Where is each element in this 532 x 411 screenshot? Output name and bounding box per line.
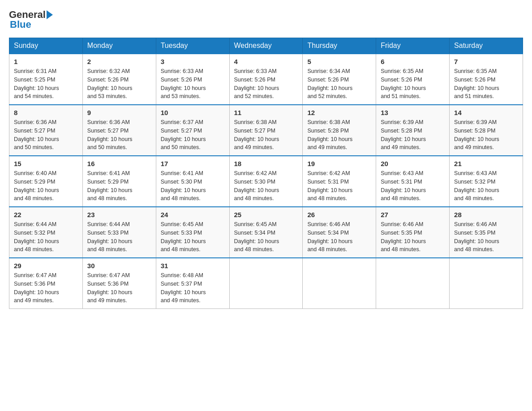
- calendar-cell: 8Sunrise: 6:36 AMSunset: 5:27 PMDaylight…: [9, 105, 83, 156]
- day-info: Sunrise: 6:45 AMSunset: 5:33 PMDaylight:…: [161, 220, 225, 254]
- calendar-week-row: 22Sunrise: 6:44 AMSunset: 5:32 PMDayligh…: [9, 207, 523, 258]
- calendar-cell: 23Sunrise: 6:44 AMSunset: 5:33 PMDayligh…: [82, 207, 156, 258]
- day-info: Sunrise: 6:35 AMSunset: 5:26 PMDaylight:…: [381, 67, 445, 101]
- col-header-thursday: Thursday: [303, 38, 376, 54]
- day-number: 17: [161, 160, 225, 167]
- day-number: 30: [87, 262, 151, 270]
- day-info: Sunrise: 6:33 AMSunset: 5:26 PMDaylight:…: [161, 67, 225, 101]
- day-number: 2: [87, 58, 151, 65]
- calendar-cell: 14Sunrise: 6:39 AMSunset: 5:28 PMDayligh…: [450, 105, 523, 156]
- day-number: 28: [454, 211, 518, 218]
- day-info: Sunrise: 6:46 AMSunset: 5:35 PMDaylight:…: [381, 220, 445, 254]
- day-number: 10: [161, 109, 225, 116]
- day-number: 27: [381, 211, 445, 218]
- page-header: General Blue: [9, 9, 523, 30]
- day-info: Sunrise: 6:36 AMSunset: 5:27 PMDaylight:…: [87, 118, 151, 152]
- calendar-cell: 3Sunrise: 6:33 AMSunset: 5:26 PMDaylight…: [156, 54, 229, 105]
- calendar-cell: 27Sunrise: 6:46 AMSunset: 5:35 PMDayligh…: [376, 207, 450, 258]
- calendar-week-row: 8Sunrise: 6:36 AMSunset: 5:27 PMDaylight…: [9, 105, 523, 156]
- day-info: Sunrise: 6:32 AMSunset: 5:26 PMDaylight:…: [87, 67, 151, 101]
- logo-arrow-icon: [47, 10, 53, 19]
- calendar-cell: 4Sunrise: 6:33 AMSunset: 5:26 PMDaylight…: [229, 54, 303, 105]
- day-info: Sunrise: 6:46 AMSunset: 5:34 PMDaylight:…: [307, 220, 371, 254]
- day-number: 22: [14, 211, 78, 218]
- day-info: Sunrise: 6:43 AMSunset: 5:32 PMDaylight:…: [454, 169, 518, 203]
- calendar-cell: [450, 258, 523, 309]
- day-info: Sunrise: 6:34 AMSunset: 5:26 PMDaylight:…: [307, 67, 371, 101]
- calendar-cell: 11Sunrise: 6:38 AMSunset: 5:27 PMDayligh…: [229, 105, 303, 156]
- day-number: 14: [454, 109, 518, 116]
- calendar-header-row: SundayMondayTuesdayWednesdayThursdayFrid…: [9, 38, 523, 54]
- day-info: Sunrise: 6:43 AMSunset: 5:31 PMDaylight:…: [381, 169, 445, 203]
- day-info: Sunrise: 6:47 AMSunset: 5:36 PMDaylight:…: [87, 271, 151, 305]
- col-header-friday: Friday: [376, 38, 450, 54]
- col-header-monday: Monday: [82, 38, 156, 54]
- calendar-week-row: 15Sunrise: 6:40 AMSunset: 5:29 PMDayligh…: [9, 156, 523, 207]
- calendar-cell: 15Sunrise: 6:40 AMSunset: 5:29 PMDayligh…: [9, 156, 83, 207]
- day-number: 8: [14, 109, 78, 116]
- calendar-cell: 2Sunrise: 6:32 AMSunset: 5:26 PMDaylight…: [82, 54, 156, 105]
- calendar-cell: 7Sunrise: 6:35 AMSunset: 5:26 PMDaylight…: [450, 54, 523, 105]
- calendar-week-row: 29Sunrise: 6:47 AMSunset: 5:36 PMDayligh…: [9, 258, 523, 309]
- calendar-cell: 26Sunrise: 6:46 AMSunset: 5:34 PMDayligh…: [303, 207, 376, 258]
- calendar-cell: 21Sunrise: 6:43 AMSunset: 5:32 PMDayligh…: [450, 156, 523, 207]
- day-number: 16: [87, 160, 151, 167]
- calendar-cell: 24Sunrise: 6:45 AMSunset: 5:33 PMDayligh…: [156, 207, 229, 258]
- day-info: Sunrise: 6:35 AMSunset: 5:26 PMDaylight:…: [454, 67, 518, 101]
- calendar-week-row: 1Sunrise: 6:31 AMSunset: 5:25 PMDaylight…: [9, 54, 523, 105]
- day-number: 18: [234, 160, 298, 167]
- calendar-cell: 25Sunrise: 6:45 AMSunset: 5:34 PMDayligh…: [229, 207, 303, 258]
- calendar-cell: 20Sunrise: 6:43 AMSunset: 5:31 PMDayligh…: [376, 156, 450, 207]
- calendar-table: SundayMondayTuesdayWednesdayThursdayFrid…: [9, 38, 523, 309]
- day-number: 9: [87, 109, 151, 116]
- day-info: Sunrise: 6:39 AMSunset: 5:28 PMDaylight:…: [381, 118, 445, 152]
- calendar-cell: 1Sunrise: 6:31 AMSunset: 5:25 PMDaylight…: [9, 54, 83, 105]
- calendar-cell: 5Sunrise: 6:34 AMSunset: 5:26 PMDaylight…: [303, 54, 376, 105]
- day-number: 24: [161, 211, 225, 218]
- day-number: 23: [87, 211, 151, 218]
- calendar-cell: [303, 258, 376, 309]
- day-info: Sunrise: 6:47 AMSunset: 5:36 PMDaylight:…: [14, 271, 78, 305]
- day-info: Sunrise: 6:42 AMSunset: 5:31 PMDaylight:…: [307, 169, 371, 203]
- col-header-sunday: Sunday: [9, 38, 83, 54]
- day-number: 12: [307, 109, 371, 116]
- calendar-cell: 28Sunrise: 6:46 AMSunset: 5:35 PMDayligh…: [450, 207, 523, 258]
- col-header-tuesday: Tuesday: [156, 38, 229, 54]
- day-number: 20: [381, 160, 445, 167]
- calendar-cell: [229, 258, 303, 309]
- day-info: Sunrise: 6:38 AMSunset: 5:28 PMDaylight:…: [307, 118, 371, 152]
- day-info: Sunrise: 6:45 AMSunset: 5:34 PMDaylight:…: [234, 220, 298, 254]
- day-info: Sunrise: 6:36 AMSunset: 5:27 PMDaylight:…: [14, 118, 78, 152]
- day-info: Sunrise: 6:42 AMSunset: 5:30 PMDaylight:…: [234, 169, 298, 203]
- calendar-cell: 19Sunrise: 6:42 AMSunset: 5:31 PMDayligh…: [303, 156, 376, 207]
- day-info: Sunrise: 6:31 AMSunset: 5:25 PMDaylight:…: [14, 67, 78, 101]
- calendar-cell: 22Sunrise: 6:44 AMSunset: 5:32 PMDayligh…: [9, 207, 83, 258]
- calendar-cell: 16Sunrise: 6:41 AMSunset: 5:29 PMDayligh…: [82, 156, 156, 207]
- calendar-cell: 18Sunrise: 6:42 AMSunset: 5:30 PMDayligh…: [229, 156, 303, 207]
- day-info: Sunrise: 6:46 AMSunset: 5:35 PMDaylight:…: [454, 220, 518, 254]
- col-header-wednesday: Wednesday: [229, 38, 303, 54]
- calendar-cell: 31Sunrise: 6:48 AMSunset: 5:37 PMDayligh…: [156, 258, 229, 309]
- day-number: 26: [307, 211, 371, 218]
- logo-blue-text: Blue: [10, 19, 31, 30]
- day-info: Sunrise: 6:41 AMSunset: 5:29 PMDaylight:…: [87, 169, 151, 203]
- calendar-cell: 12Sunrise: 6:38 AMSunset: 5:28 PMDayligh…: [303, 105, 376, 156]
- day-number: 31: [161, 262, 225, 270]
- day-number: 5: [307, 58, 371, 65]
- logo: General Blue: [9, 9, 54, 30]
- day-number: 15: [14, 160, 78, 167]
- calendar-cell: 29Sunrise: 6:47 AMSunset: 5:36 PMDayligh…: [9, 258, 83, 309]
- day-info: Sunrise: 6:38 AMSunset: 5:27 PMDaylight:…: [234, 118, 298, 152]
- day-number: 29: [14, 262, 78, 270]
- day-number: 7: [454, 58, 518, 65]
- day-number: 3: [161, 58, 225, 65]
- day-info: Sunrise: 6:37 AMSunset: 5:27 PMDaylight:…: [161, 118, 225, 152]
- day-info: Sunrise: 6:41 AMSunset: 5:30 PMDaylight:…: [161, 169, 225, 203]
- day-info: Sunrise: 6:44 AMSunset: 5:33 PMDaylight:…: [87, 220, 151, 254]
- day-number: 11: [234, 109, 298, 116]
- day-info: Sunrise: 6:33 AMSunset: 5:26 PMDaylight:…: [234, 67, 298, 101]
- calendar-cell: 17Sunrise: 6:41 AMSunset: 5:30 PMDayligh…: [156, 156, 229, 207]
- day-number: 6: [381, 58, 445, 65]
- calendar-cell: 6Sunrise: 6:35 AMSunset: 5:26 PMDaylight…: [376, 54, 450, 105]
- day-info: Sunrise: 6:44 AMSunset: 5:32 PMDaylight:…: [14, 220, 78, 254]
